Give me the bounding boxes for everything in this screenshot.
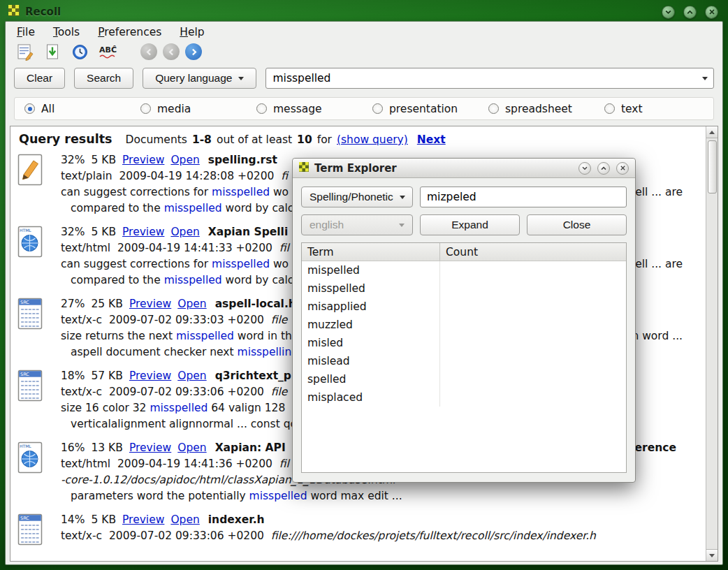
menu-help[interactable]: Help bbox=[180, 26, 204, 38]
term-input[interactable] bbox=[420, 187, 627, 207]
results-scrollbar[interactable] bbox=[706, 126, 718, 561]
term-row[interactable]: mislead bbox=[302, 352, 626, 370]
source-file-icon: SRC bbox=[17, 368, 52, 432]
dialog-shade-button[interactable] bbox=[578, 162, 591, 175]
results-header: Query results Documents 1-8 out of at le… bbox=[17, 129, 702, 152]
file-size: 57 KB bbox=[91, 370, 122, 382]
for-label: for bbox=[317, 133, 332, 146]
preview-link[interactable]: Preview bbox=[122, 513, 164, 526]
preview-link[interactable]: Preview bbox=[129, 370, 171, 382]
scroll-up-button[interactable] bbox=[706, 126, 718, 138]
dialog-close-button[interactable] bbox=[616, 162, 629, 175]
next-page-button[interactable] bbox=[185, 43, 202, 60]
dialog-close-action-button[interactable]: Close bbox=[527, 214, 627, 235]
unshade-button[interactable] bbox=[683, 6, 697, 19]
save-results-icon-button[interactable] bbox=[43, 43, 63, 61]
menu-tools[interactable]: Tools bbox=[53, 26, 80, 38]
scroll-down-button[interactable] bbox=[706, 549, 718, 561]
filter-radio-text[interactable]: text bbox=[604, 103, 643, 115]
search-input[interactable] bbox=[265, 68, 714, 89]
count-column-header[interactable]: Count bbox=[440, 246, 483, 258]
relevance-percent: 14% bbox=[61, 513, 85, 526]
query-language-dropdown[interactable]: Query language bbox=[143, 68, 256, 89]
dialog-title: Term Explorer bbox=[314, 162, 397, 175]
term-table-header[interactable]: Term Count bbox=[302, 243, 626, 261]
term-row[interactable]: misplaced bbox=[302, 388, 626, 407]
term-table: Term Count mispelled misspelled misappli… bbox=[301, 242, 627, 473]
radio-icon bbox=[604, 103, 615, 114]
close-icon bbox=[708, 8, 715, 15]
file-size: 5 KB bbox=[91, 513, 116, 526]
arrow-right-icon bbox=[190, 48, 198, 56]
filter-label: text bbox=[621, 103, 643, 115]
clear-button[interactable]: Clear bbox=[14, 68, 65, 89]
filter-label: spreadsheet bbox=[505, 103, 572, 115]
filter-label: All bbox=[41, 103, 54, 115]
menu-preferences[interactable]: Preferences bbox=[98, 26, 161, 38]
open-link[interactable]: Open bbox=[177, 298, 206, 310]
menubar: File Tools Preferences Help bbox=[6, 22, 722, 41]
preview-link[interactable]: Preview bbox=[122, 154, 164, 166]
next-page-link[interactable]: Next bbox=[417, 133, 446, 146]
scrollbar-thumb[interactable] bbox=[708, 140, 717, 193]
sort-by-date-icon-button[interactable] bbox=[70, 43, 90, 61]
open-link[interactable]: Open bbox=[170, 226, 199, 238]
chevron-down-icon[interactable] bbox=[702, 77, 708, 80]
filter-radio-all[interactable]: All bbox=[24, 103, 140, 115]
result-title: Xapian: API bbox=[215, 441, 286, 454]
window-titlebar: Recoll bbox=[8, 3, 720, 20]
open-link[interactable]: Open bbox=[170, 154, 199, 166]
relevance-percent: 16% bbox=[61, 441, 85, 454]
search-button[interactable]: Search bbox=[74, 68, 133, 89]
preview-link[interactable]: Preview bbox=[129, 298, 171, 310]
table-document-icon-button[interactable] bbox=[15, 43, 36, 61]
shade-button[interactable] bbox=[662, 6, 675, 19]
term-row[interactable]: misapplied bbox=[302, 298, 626, 316]
first-page-button[interactable] bbox=[140, 43, 157, 60]
expand-mode-dropdown[interactable]: Spelling/Phonetic bbox=[301, 187, 413, 207]
dialog-unshade-button[interactable] bbox=[597, 162, 610, 175]
recoll-app-icon bbox=[299, 162, 309, 175]
recoll-app-icon bbox=[8, 5, 20, 19]
filter-radio-media[interactable]: media bbox=[140, 103, 256, 115]
previous-page-button[interactable] bbox=[163, 43, 180, 60]
open-link[interactable]: Open bbox=[177, 370, 206, 382]
term-column-header[interactable]: Term bbox=[302, 243, 440, 261]
term-row[interactable]: muzzled bbox=[302, 316, 626, 334]
term-explorer-icon-button[interactable]: ABĈ bbox=[97, 43, 122, 61]
history-nav-group bbox=[140, 43, 202, 60]
documents-range: 1-8 bbox=[192, 133, 212, 146]
result-body: 14%5 KBPreviewOpenindexer.h text/x-c 200… bbox=[61, 512, 702, 548]
documents-label: Documents bbox=[126, 133, 187, 146]
search-combo bbox=[265, 68, 714, 89]
term-row[interactable]: misspelled bbox=[302, 279, 626, 298]
svg-text:SRC: SRC bbox=[20, 516, 29, 521]
clock-icon bbox=[71, 43, 89, 61]
filter-radio-message[interactable]: message bbox=[256, 103, 372, 115]
close-icon bbox=[620, 165, 626, 171]
term-row[interactable]: spelled bbox=[302, 370, 626, 388]
filter-label: message bbox=[273, 103, 322, 115]
open-link[interactable]: Open bbox=[177, 441, 206, 454]
preview-link[interactable]: Preview bbox=[122, 226, 164, 238]
category-filter-bar: All media message presentation spreadshe… bbox=[14, 97, 714, 120]
filter-radio-presentation[interactable]: presentation bbox=[372, 103, 488, 115]
arrow-down-icon bbox=[709, 554, 715, 557]
dialog-titlebar[interactable]: Term Explorer bbox=[293, 159, 635, 178]
term-row[interactable]: misled bbox=[302, 334, 626, 352]
term-row[interactable]: mispelled bbox=[302, 261, 626, 279]
preview-link[interactable]: Preview bbox=[129, 441, 171, 454]
snippet-fragment: n word ... bbox=[632, 328, 683, 344]
filter-label: media bbox=[157, 103, 191, 115]
filter-radio-spreadsheet[interactable]: spreadsheet bbox=[488, 103, 604, 115]
expand-mode-value: Spelling/Phonetic bbox=[310, 191, 393, 203]
title-fragment: erence bbox=[635, 440, 676, 456]
menu-file[interactable]: File bbox=[17, 26, 35, 38]
chevron-down-icon bbox=[238, 77, 244, 80]
snippet-line: parameters word the potentially misspell… bbox=[71, 488, 702, 504]
open-link[interactable]: Open bbox=[170, 513, 199, 526]
html-file-icon: HTML bbox=[17, 224, 52, 288]
close-button[interactable] bbox=[705, 6, 718, 19]
show-query-link[interactable]: (show query) bbox=[337, 133, 408, 146]
expand-button[interactable]: Expand bbox=[420, 214, 520, 235]
